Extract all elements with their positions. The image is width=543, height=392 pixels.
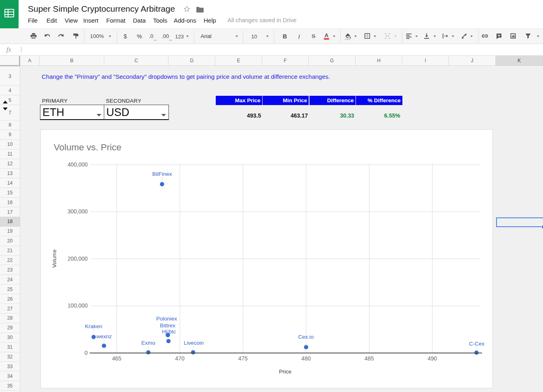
- font-family-select[interactable]: Arial: [200, 34, 211, 39]
- row-header-16[interactable]: 16: [0, 198, 20, 207]
- column-header-J[interactable]: J: [449, 56, 496, 66]
- column-header-A[interactable]: A: [20, 56, 40, 66]
- save-status[interactable]: All changes saved in Drive: [227, 17, 297, 23]
- menu-tools[interactable]: Tools: [153, 17, 167, 24]
- undo-button[interactable]: [44, 33, 51, 40]
- menu-addons[interactable]: Add-ons: [174, 17, 196, 24]
- paint-format-button[interactable]: [73, 33, 79, 40]
- row-header-35[interactable]: 35: [0, 381, 20, 391]
- print-button[interactable]: [30, 33, 37, 40]
- menu-insert[interactable]: Insert: [83, 17, 99, 24]
- dropdown-caret-icon[interactable]: [236, 36, 238, 37]
- row-header-19[interactable]: 19: [0, 227, 20, 236]
- dropdown-caret-icon[interactable]: [109, 36, 111, 37]
- document-title[interactable]: Super Simple Cryptocurrency Arbitrage: [28, 4, 175, 14]
- number-format-button[interactable]: 123: [175, 34, 184, 39]
- select-all-corner[interactable]: [0, 56, 20, 66]
- stats-header-cell[interactable]: Difference: [309, 96, 356, 105]
- row-header-30[interactable]: 30: [0, 333, 20, 343]
- stats-header-cell[interactable]: % Difference: [356, 96, 402, 105]
- dropdown-caret-icon[interactable]: [354, 36, 357, 37]
- row-header-11[interactable]: 11: [0, 150, 20, 159]
- row-header-29[interactable]: 29: [0, 323, 20, 333]
- dropdown-caret-icon[interactable]: [452, 36, 454, 37]
- insert-link-button[interactable]: [482, 33, 488, 40]
- column-header-B[interactable]: B: [40, 56, 104, 66]
- row-header-34[interactable]: 34: [0, 371, 20, 381]
- note-cell-text[interactable]: Change the "Primary" and "Secondary" dro…: [42, 73, 330, 80]
- row-header-20[interactable]: 20: [0, 236, 20, 246]
- row-header-25[interactable]: 25: [0, 285, 20, 294]
- column-header-D[interactable]: D: [168, 56, 215, 66]
- dropdown-caret-icon[interactable]: [374, 36, 376, 37]
- dropdown-caret-icon[interactable]: [470, 36, 473, 37]
- column-header-H[interactable]: H: [356, 56, 402, 66]
- formula-bar[interactable]: [0, 44, 543, 56]
- row-header-23[interactable]: 23: [0, 266, 20, 275]
- stats-value-cell[interactable]: 493.5: [216, 112, 261, 119]
- text-rotation-button[interactable]: [461, 33, 467, 40]
- primary-label[interactable]: PRIMARY: [42, 98, 67, 104]
- dropdown-caret-icon[interactable]: [266, 36, 269, 37]
- row-header-12[interactable]: 12: [0, 159, 20, 169]
- text-wrap-button[interactable]: [442, 33, 448, 40]
- font-size-select[interactable]: 10: [251, 34, 257, 39]
- row-header-28[interactable]: 28: [0, 314, 20, 323]
- secondary-dropdown-arrow-icon[interactable]: [161, 114, 166, 116]
- menu-help[interactable]: Help: [204, 17, 216, 24]
- selected-cell[interactable]: [496, 217, 543, 227]
- row-header-9[interactable]: 9: [0, 130, 20, 140]
- row-header-22[interactable]: 22: [0, 256, 20, 266]
- menu-view[interactable]: View: [65, 17, 78, 24]
- stats-value-cell[interactable]: 6.55%: [356, 112, 400, 119]
- zoom-select[interactable]: 100%: [90, 34, 104, 39]
- row-header-31[interactable]: 31: [0, 343, 20, 352]
- menu-data[interactable]: Data: [133, 17, 146, 24]
- row-header-26[interactable]: 26: [0, 294, 20, 304]
- column-header-F[interactable]: F: [262, 56, 309, 66]
- borders-button[interactable]: [364, 33, 370, 40]
- show-hidden-row-up-icon[interactable]: [3, 101, 8, 103]
- row-header-27[interactable]: 27: [0, 304, 20, 314]
- secondary-dropdown[interactable]: USD: [104, 105, 169, 120]
- column-header-I[interactable]: I: [402, 56, 449, 66]
- row-header-4[interactable]: 4: [0, 86, 20, 95]
- insert-comment-button[interactable]: [496, 33, 502, 40]
- stats-value-cell[interactable]: 463.17: [263, 112, 308, 119]
- stats-value-cell[interactable]: 30.33: [309, 112, 354, 119]
- bold-button[interactable]: B: [283, 34, 287, 40]
- stats-header-cell[interactable]: Min Price: [263, 96, 309, 105]
- primary-dropdown-arrow-icon[interactable]: [97, 114, 101, 116]
- star-icon[interactable]: [183, 5, 191, 13]
- menu-edit[interactable]: Edit: [46, 17, 57, 24]
- primary-dropdown[interactable]: ETH: [40, 105, 104, 120]
- column-header-K[interactable]: K: [496, 56, 543, 66]
- column-header-E[interactable]: E: [215, 56, 262, 66]
- column-header-G[interactable]: G: [309, 56, 356, 66]
- insert-chart-button[interactable]: [510, 33, 516, 40]
- column-header-C[interactable]: C: [104, 56, 168, 66]
- dropdown-caret-icon[interactable]: [537, 36, 539, 37]
- vertical-align-button[interactable]: [423, 33, 430, 40]
- filter-button[interactable]: [525, 33, 531, 40]
- row-header-32[interactable]: 32: [0, 352, 20, 362]
- stats-header-cell[interactable]: Max Price: [216, 96, 262, 105]
- row-header-8[interactable]: 8: [0, 120, 20, 130]
- decrease-decimals-button[interactable]: .0: [149, 34, 153, 39]
- row-header-21[interactable]: 21: [0, 246, 20, 256]
- row-header-10[interactable]: 10: [0, 140, 20, 150]
- folder-icon[interactable]: [196, 6, 204, 13]
- percent-format-button[interactable]: %: [137, 34, 142, 39]
- strikethrough-button[interactable]: S: [311, 34, 315, 39]
- dropdown-caret-icon[interactable]: [415, 36, 418, 37]
- horizontal-align-button[interactable]: [406, 33, 412, 40]
- menu-file[interactable]: File: [28, 17, 38, 24]
- row-header-13[interactable]: 13: [0, 169, 20, 179]
- show-hidden-row-down-icon[interactable]: [3, 107, 8, 110]
- row-header-15[interactable]: 15: [0, 188, 20, 198]
- row-header-18[interactable]: 18: [0, 217, 20, 227]
- embedded-chart[interactable]: Volume vs. Price 0100,000200,000300,0004…: [40, 129, 493, 388]
- sheets-logo[interactable]: [0, 0, 19, 28]
- redo-button[interactable]: [58, 33, 64, 40]
- row-header-24[interactable]: 24: [0, 275, 20, 285]
